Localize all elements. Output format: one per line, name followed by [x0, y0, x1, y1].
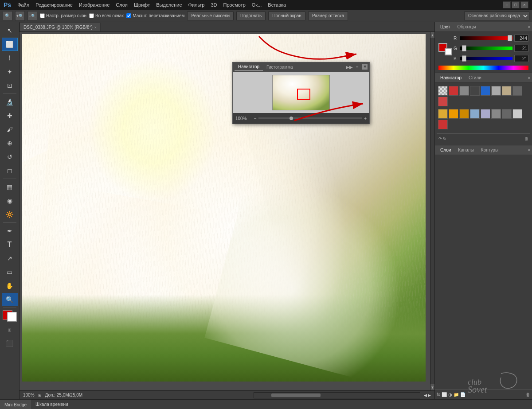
- marquee-tool[interactable]: ⬜: [2, 38, 18, 51]
- style-dark[interactable]: [470, 86, 480, 96]
- menu-view[interactable]: Просмотр: [221, 1, 248, 8]
- panel-collapse-button[interactable]: ▶▶: [346, 64, 352, 70]
- style-transparent[interactable]: [438, 86, 448, 96]
- fg-bg-swatches[interactable]: [438, 43, 452, 55]
- print-size-button[interactable]: Размер оттиска: [308, 12, 348, 20]
- style-blue[interactable]: [481, 86, 490, 96]
- samples-tab-header[interactable]: Образцы: [454, 23, 479, 30]
- b-slider[interactable]: [460, 57, 512, 60]
- bg-swatch[interactable]: [445, 48, 452, 55]
- layers-tab[interactable]: Слои: [437, 147, 454, 153]
- quickmask-tool[interactable]: ◫: [2, 323, 18, 336]
- style-gray2[interactable]: [491, 109, 501, 119]
- minimize-button[interactable]: −: [503, 1, 511, 8]
- brush-tool[interactable]: 🖌: [2, 123, 18, 136]
- menu-font[interactable]: Шрифт: [131, 1, 153, 8]
- full-screen-button[interactable]: Полный экран: [268, 12, 305, 20]
- navigator-styles-tab[interactable]: Навигатор: [437, 74, 465, 81]
- text-tool[interactable]: T: [2, 238, 18, 251]
- paths-tab[interactable]: Контуры: [477, 147, 502, 153]
- navigator-viewport-rect[interactable]: [297, 89, 310, 100]
- delete-layer-button[interactable]: 🗑: [526, 392, 530, 397]
- style-medgray[interactable]: [512, 86, 522, 96]
- resize-windows-checkbox[interactable]: Настр. размер окон: [40, 13, 86, 18]
- style-periwinkle[interactable]: [481, 109, 490, 119]
- zoom-in-button[interactable]: +: [364, 116, 367, 121]
- menu-3d[interactable]: 3D: [208, 1, 219, 8]
- menu-select[interactable]: Выделение: [153, 1, 184, 8]
- style-dkred[interactable]: [438, 97, 448, 106]
- background-color[interactable]: [7, 312, 17, 322]
- fx-button[interactable]: fx: [437, 392, 440, 397]
- zoom-out-icon[interactable]: −🔍: [27, 11, 37, 21]
- vertical-scrollbar[interactable]: ▲ ▼: [430, 32, 434, 390]
- panel-close-button[interactable]: ✕: [362, 64, 368, 70]
- style-tan[interactable]: [502, 86, 512, 96]
- eraser-tool[interactable]: ◻: [2, 164, 18, 177]
- hand-tool[interactable]: ✋: [2, 279, 18, 292]
- style-gray[interactable]: [459, 86, 469, 96]
- style-silver[interactable]: [512, 109, 522, 119]
- close-button[interactable]: ×: [520, 1, 528, 8]
- menu-layers[interactable]: Слои: [113, 1, 130, 8]
- new-layer-button[interactable]: 📄: [460, 392, 466, 397]
- nav-styles-expand[interactable]: »: [528, 75, 530, 80]
- channels-tab[interactable]: Каналы: [454, 147, 477, 153]
- style-ltgray[interactable]: [491, 86, 501, 96]
- all-windows-checkbox[interactable]: Во всех окнах: [89, 13, 124, 18]
- r-slider[interactable]: [460, 36, 512, 40]
- document-tab[interactable]: DSC_0338.JPG @ 100% (RGB/8*) ×: [20, 23, 101, 31]
- style-red[interactable]: [449, 86, 458, 96]
- style-crimson[interactable]: [438, 120, 448, 129]
- move-tool[interactable]: ↖: [2, 24, 18, 37]
- document-canvas[interactable]: Навигатор Гистограмма ▶▶ ≡ ✕: [20, 32, 434, 390]
- menu-edit[interactable]: Редактирование: [33, 1, 75, 8]
- zoom-out-button[interactable]: −: [254, 116, 257, 121]
- color-box[interactable]: [2, 309, 18, 323]
- gradient-tool[interactable]: ▦: [2, 180, 18, 194]
- doc-tab-close[interactable]: ×: [94, 25, 97, 30]
- panel-options-button[interactable]: ≡: [354, 64, 360, 70]
- magic-wand-tool[interactable]: ✦: [2, 65, 18, 78]
- clone-stamp-tool[interactable]: ⊕: [2, 136, 18, 150]
- blur-tool[interactable]: ◉: [2, 194, 18, 207]
- maximize-button[interactable]: □: [512, 1, 520, 8]
- fit-screen-button[interactable]: Подогнать: [236, 12, 266, 20]
- g-slider[interactable]: [460, 47, 512, 50]
- scroll-right[interactable]: ▶: [428, 393, 431, 397]
- zoom-tool[interactable]: 🔍: [2, 293, 18, 306]
- scroll-up[interactable]: ▲: [430, 32, 434, 38]
- lasso-tool[interactable]: ⌇: [2, 51, 18, 65]
- color-spectrum-bar[interactable]: [438, 66, 528, 70]
- layers-tool-2[interactable]: ↻: [443, 136, 446, 141]
- zoom-icon[interactable]: ⊞: [38, 393, 42, 397]
- g-value[interactable]: [514, 45, 528, 52]
- new-group-button[interactable]: 📁: [454, 392, 459, 397]
- crop-tool[interactable]: ⊡: [2, 79, 18, 92]
- color-tab[interactable]: Цвет: [437, 23, 454, 30]
- heal-tool[interactable]: ✚: [2, 109, 18, 122]
- layers-tool-1[interactable]: ↷: [438, 136, 442, 141]
- style-dkorange[interactable]: [459, 109, 469, 119]
- scroll-down[interactable]: ▼: [430, 384, 434, 390]
- menu-filter[interactable]: Фильтр: [186, 1, 207, 8]
- shape-tool[interactable]: ▭: [2, 265, 18, 279]
- layers-expand[interactable]: »: [528, 148, 530, 152]
- path-select-tool[interactable]: ↗: [2, 252, 18, 265]
- menu-ok[interactable]: Ок...: [249, 1, 265, 8]
- mini-bridge-tab[interactable]: Mini Bridge: [0, 400, 31, 409]
- style-gray3[interactable]: [502, 109, 512, 119]
- actual-pixels-button[interactable]: Реальные пиксели: [187, 12, 234, 20]
- r-value[interactable]: [514, 35, 528, 42]
- scroll-left[interactable]: ◀: [424, 393, 427, 397]
- horizontal-scrollbar[interactable]: [254, 392, 420, 398]
- menu-insert[interactable]: Вставка: [265, 1, 289, 8]
- eyedropper-tool[interactable]: 🔬: [2, 95, 18, 109]
- style-orange[interactable]: [449, 109, 458, 119]
- navigator-tab[interactable]: Навигатор: [235, 63, 263, 71]
- dodge-tool[interactable]: 🔆: [2, 208, 18, 221]
- zoom-tool-icon[interactable]: 🔍: [3, 11, 12, 21]
- history-brush-tool[interactable]: ↺: [2, 150, 18, 164]
- pen-tool[interactable]: ✒: [2, 224, 18, 238]
- menu-file[interactable]: Файл: [15, 1, 32, 8]
